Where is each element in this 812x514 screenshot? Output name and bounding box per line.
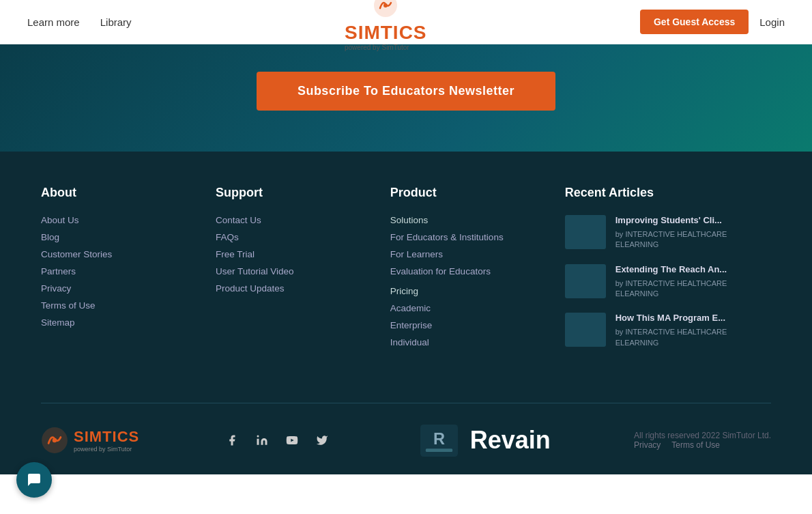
svg-text:R: R — [433, 430, 445, 448]
footer-support-title: Support — [216, 186, 363, 200]
footer-copy-terms[interactable]: Terms of Use — [671, 440, 720, 450]
footer-evaluation-for-educators[interactable]: Evaluation for Educators — [390, 266, 538, 276]
footer-top: About About Us Blog Customer Stories Par… — [41, 186, 771, 362]
footer-product-title: Product — [390, 186, 538, 200]
article-info-1: Improving Students' Cli... by INTERACTIV… — [615, 215, 727, 251]
footer-recent-articles-title: Recent Articles — [565, 186, 771, 200]
navbar-logo-text: SIMTICS — [345, 22, 427, 44]
login-button[interactable]: Login — [759, 16, 785, 28]
footer-about-title: About — [41, 186, 188, 200]
twitter-icon[interactable] — [313, 431, 332, 450]
library-link[interactable]: Library — [100, 16, 132, 28]
footer-privacy[interactable]: Privacy — [41, 283, 188, 294]
footer-logo-area: SIMTICS powered by SimTutor — [41, 427, 139, 454]
subscribe-button[interactable]: Subscribe To Educators Newsletter — [257, 72, 555, 111]
article-info-3: How This MA Program E... by INTERACTIVE … — [615, 313, 727, 348]
svg-point-4 — [257, 436, 259, 438]
article-thumb-2 — [565, 264, 606, 298]
footer-about-us[interactable]: About Us — [41, 215, 188, 225]
simtics-logo-icon — [373, 0, 398, 18]
article-title-2: Extending The Reach An... — [615, 264, 727, 276]
chat-icon — [26, 472, 42, 474]
footer-terms-of-use[interactable]: Terms of Use — [41, 300, 188, 311]
article-item-1[interactable]: Improving Students' Cli... by INTERACTIV… — [565, 215, 771, 251]
footer-for-learners[interactable]: For Learners — [390, 249, 538, 259]
footer-academic[interactable]: Academic — [390, 303, 538, 313]
navbar-left: Learn more Library — [27, 16, 132, 28]
revain-area: R Revain — [416, 420, 551, 461]
facebook-icon[interactable] — [222, 431, 242, 450]
navbar-right: Get Guest Access Login — [640, 10, 785, 34]
footer-contact-us[interactable]: Contact Us — [216, 215, 363, 225]
footer-bottom: SIMTICS powered by SimTutor R — [41, 403, 771, 461]
youtube-icon[interactable] — [282, 431, 302, 450]
article-by-1: by INTERACTIVE HEALTHCAREELEARNING — [615, 229, 727, 251]
revain-text: Revain — [470, 426, 551, 455]
article-info-2: Extending The Reach An... by INTERACTIVE… — [615, 264, 727, 300]
footer-partners[interactable]: Partners — [41, 266, 188, 276]
article-thumb-3 — [565, 313, 606, 347]
footer-free-trial[interactable]: Free Trial — [216, 249, 363, 259]
footer-solutions-label: Solutions — [390, 215, 538, 225]
article-by-2: by INTERACTIVE HEALTHCAREELEARNING — [615, 279, 727, 300]
svg-rect-8 — [426, 448, 452, 452]
navbar-logo[interactable]: SIMTICS powered by SimTutor — [345, 0, 427, 51]
footer-copyright: All rights reserved 2022 SimTutor Ltd. — [634, 431, 771, 440]
footer-logo-sub: powered by SimTutor — [74, 446, 139, 453]
revain-logo-icon: R — [417, 422, 461, 459]
footer-simtics-icon — [41, 427, 68, 454]
footer: About About Us Blog Customer Stories Par… — [0, 152, 812, 474]
footer-enterprise[interactable]: Enterprise — [390, 320, 538, 330]
hero-banner: Subscribe To Educators Newsletter — [0, 44, 812, 152]
footer-product-section: Product Solutions For Educators & Instit… — [390, 186, 538, 362]
article-item-3[interactable]: How This MA Program E... by INTERACTIVE … — [565, 313, 771, 348]
footer-copy-privacy[interactable]: Privacy — [634, 440, 661, 450]
navbar-logo-sub: powered by SimTutor — [345, 44, 427, 51]
footer-logo-text: SIMTICS — [74, 428, 139, 446]
footer-about-section: About About Us Blog Customer Stories Par… — [41, 186, 188, 362]
footer-copy-links: Privacy Terms of Use — [634, 440, 771, 450]
footer-blog[interactable]: Blog — [41, 232, 188, 242]
article-title-1: Improving Students' Cli... — [615, 215, 727, 227]
article-by-3: by INTERACTIVE HEALTHCAREELEARNING — [615, 327, 727, 348]
footer-user-tutorial-video[interactable]: User Tutorial Video — [216, 266, 363, 276]
footer-recent-articles-section: Recent Articles Improving Students' Cli.… — [565, 186, 771, 362]
svg-point-3 — [53, 438, 57, 443]
footer-sitemap[interactable]: Sitemap — [41, 317, 188, 328]
footer-social — [222, 431, 332, 450]
get-guest-access-button[interactable]: Get Guest Access — [640, 10, 749, 34]
footer-support-section: Support Contact Us FAQs Free Trial User … — [216, 186, 363, 362]
navbar: Learn more Library SIMTICS powered by Si… — [0, 0, 812, 44]
footer-customer-stories[interactable]: Customer Stories — [41, 249, 188, 259]
revain-logo: R — [416, 420, 463, 461]
article-thumb-1 — [565, 215, 606, 249]
linkedin-icon[interactable] — [252, 431, 272, 450]
footer-faqs[interactable]: FAQs — [216, 232, 363, 242]
learn-more-link[interactable]: Learn more — [27, 16, 80, 28]
svg-point-1 — [383, 3, 388, 8]
footer-for-educators-institutions[interactable]: For Educators & Institutions — [390, 232, 538, 242]
footer-product-updates[interactable]: Product Updates — [216, 283, 363, 294]
footer-pricing-label: Pricing — [390, 286, 538, 296]
article-title-3: How This MA Program E... — [615, 313, 727, 324]
article-item-2[interactable]: Extending The Reach An... by INTERACTIVE… — [565, 264, 771, 300]
footer-individual[interactable]: Individual — [390, 337, 538, 347]
footer-copy-area: All rights reserved 2022 SimTutor Ltd. P… — [634, 431, 771, 450]
